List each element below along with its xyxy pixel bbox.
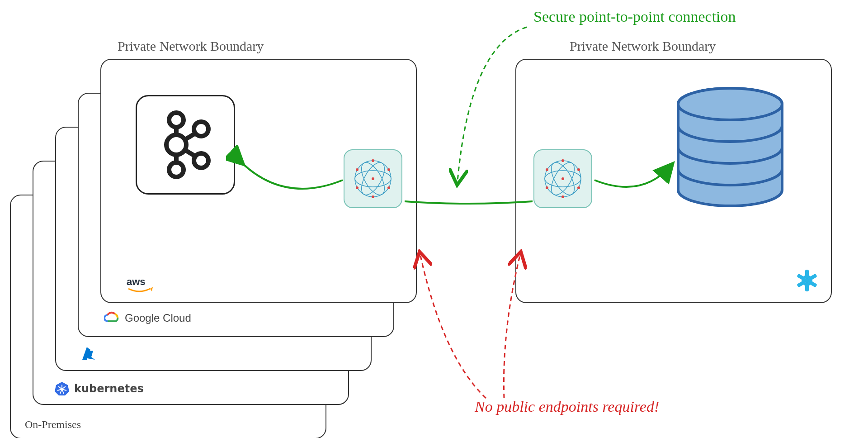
provider-gcp: Google Cloud <box>104 311 191 325</box>
kafka-box <box>136 95 235 195</box>
svg-point-7 <box>194 122 208 136</box>
left-boundary-label: Private Network Boundary <box>118 38 264 54</box>
svg-point-6 <box>169 162 184 177</box>
azure-icon <box>81 346 98 362</box>
snowflake-icon <box>793 267 821 294</box>
provider-azure <box>81 346 102 362</box>
right-boundary-label: Private Network Boundary <box>570 38 716 54</box>
svg-point-5 <box>166 135 186 155</box>
red-callout-arrows <box>407 240 533 403</box>
provider-k8s: kubernetes <box>54 381 144 396</box>
diagram-canvas: Private Network Boundary Private Network… <box>0 0 868 438</box>
green-callout-arrow <box>448 23 538 190</box>
green-annotation: Secure point-to-point connection <box>533 8 736 25</box>
provider-onprem: On-Premises <box>25 419 81 431</box>
gcp-label: Google Cloud <box>125 312 191 324</box>
k8s-label: kubernetes <box>74 382 144 395</box>
svg-point-31 <box>678 88 782 120</box>
gcp-icon <box>104 311 120 325</box>
aws-icon: aws <box>127 276 158 295</box>
svg-point-4 <box>169 113 184 127</box>
k8s-icon <box>54 381 70 396</box>
kafka-icon <box>156 106 215 183</box>
onprem-label: On-Premises <box>25 419 81 431</box>
svg-text:aws: aws <box>127 276 146 287</box>
database-icon <box>669 81 791 213</box>
svg-point-8 <box>194 153 208 168</box>
provider-aws: aws <box>127 276 158 295</box>
